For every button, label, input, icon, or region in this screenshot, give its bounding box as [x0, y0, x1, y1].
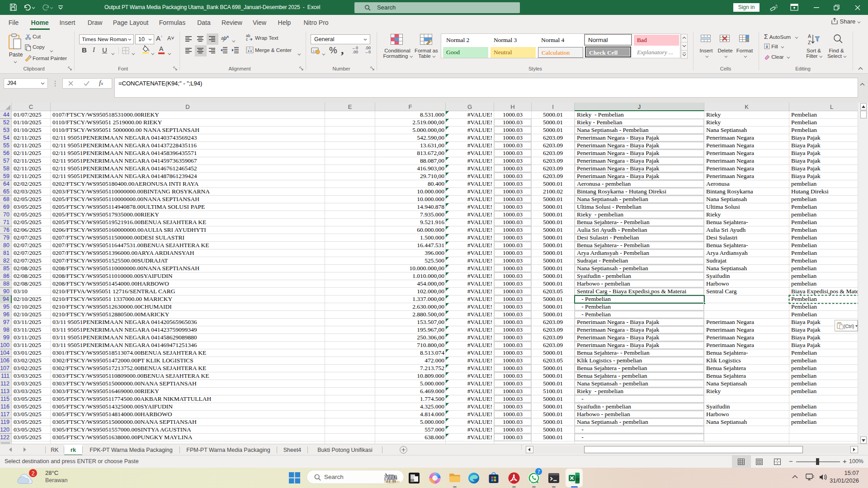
svg-text:A: A	[808, 33, 811, 39]
svg-text:ab: ab	[221, 35, 226, 41]
svg-text:Z: Z	[808, 40, 811, 45]
